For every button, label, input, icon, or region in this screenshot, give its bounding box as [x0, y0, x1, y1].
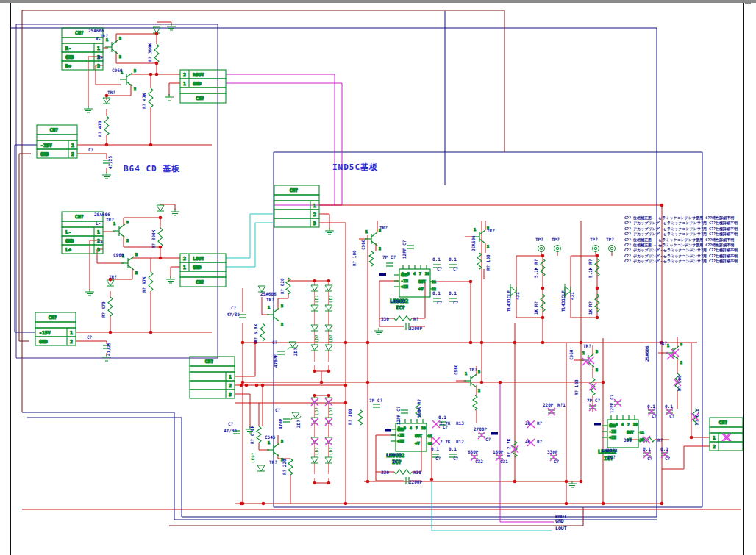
connector-pin-number: 3	[97, 63, 100, 69]
wire[interactable]	[27, 418, 182, 517]
resistor[interactable]	[394, 470, 412, 474]
wire[interactable]	[10, 28, 657, 517]
part-label: 2SA606	[644, 345, 649, 362]
wire[interactable]	[171, 267, 180, 278]
wire[interactable]	[319, 214, 329, 229]
wire[interactable]	[77, 154, 107, 159]
wire[interactable]	[288, 278, 315, 281]
resistor[interactable]	[149, 272, 153, 291]
diode[interactable]	[325, 457, 332, 463]
transistor[interactable]: 132	[267, 304, 283, 326]
test-point[interactable]	[538, 246, 545, 252]
resistor[interactable]	[260, 323, 265, 341]
wire[interactable]	[16, 24, 218, 358]
resistor[interactable]	[104, 116, 109, 135]
pin-number: 3	[135, 252, 138, 257]
wire[interactable]	[19, 154, 31, 341]
capacitor[interactable]	[373, 404, 380, 407]
part-label: 7P C?	[587, 398, 600, 403]
part-label: 0.1	[438, 415, 446, 420]
led-string[interactable]	[325, 282, 332, 362]
zener-diode[interactable]	[290, 412, 301, 420]
capacitor[interactable]	[283, 419, 290, 422]
resistor[interactable]	[394, 316, 412, 321]
transistor[interactable]: 132	[365, 228, 381, 251]
diode[interactable]	[311, 285, 318, 291]
transistor[interactable]: 132	[113, 220, 129, 243]
connector-cn[interactable]: CN?-15V1GND2	[35, 312, 76, 345]
capacitor[interactable]	[401, 410, 408, 413]
ic-pin-label: -IN	[397, 433, 404, 437]
wire[interactable]	[76, 341, 107, 344]
wire[interactable]	[22, 412, 174, 520]
resistor[interactable]	[154, 44, 159, 63]
part-label: TP?	[535, 237, 543, 242]
resistor[interactable]	[158, 228, 163, 247]
connector-cn[interactable]: ROUT2GND1CN?	[180, 70, 226, 103]
connector-pin-label: L+	[65, 247, 71, 253]
wire[interactable]	[124, 218, 160, 226]
led-string[interactable]	[325, 395, 332, 474]
schematic-canvas[interactable]: 132132132132132132132132132132132CN?R-1G…	[0, 0, 756, 555]
led-string[interactable]	[311, 395, 318, 474]
diode[interactable]	[311, 345, 318, 351]
capacitor[interactable]	[386, 263, 393, 266]
resistor[interactable]	[358, 410, 363, 425]
connector-cn[interactable]: CN?-15V1GND2	[37, 125, 77, 158]
diode[interactable]	[325, 345, 332, 351]
capacitor[interactable]	[239, 315, 246, 318]
connector-cn[interactable]: CN?123	[190, 357, 235, 398]
wire[interactable]	[116, 34, 157, 43]
resistor[interactable]	[288, 459, 293, 475]
junction-dot	[241, 381, 245, 384]
connector-cn[interactable]: CN?L-1GND2L+3	[62, 212, 103, 254]
diode[interactable]	[311, 457, 318, 463]
diode[interactable]	[257, 465, 265, 471]
connector-cn[interactable]: CN?12	[710, 418, 743, 451]
test-point[interactable]	[609, 246, 616, 252]
junction-dot	[313, 370, 317, 373]
wire[interactable]	[516, 256, 543, 318]
wire[interactable]	[169, 83, 180, 96]
resistor[interactable]	[369, 251, 374, 266]
junction-dot	[261, 384, 265, 387]
diode[interactable]	[311, 305, 318, 311]
wire[interactable]	[15, 145, 37, 332]
led-string[interactable]	[311, 282, 318, 362]
diode[interactable]	[157, 205, 164, 211]
wire[interactable]	[90, 240, 103, 290]
wire[interactable]	[432, 479, 552, 531]
wire[interactable]	[278, 454, 290, 459]
connector-pin-number: 3	[97, 247, 100, 253]
transistor[interactable]: 132	[267, 439, 283, 462]
capacitor[interactable]	[277, 351, 285, 354]
diode[interactable]	[311, 325, 318, 331]
opamp-ic[interactable]: 234720GND-IN+INOUT11+V12LH0032IC?	[390, 265, 436, 311]
part-label: LD?	[314, 447, 319, 455]
connector-cn[interactable]: CN?123	[274, 185, 319, 227]
capacitor[interactable]	[407, 246, 414, 248]
part-label: C?	[228, 421, 234, 426]
test-point[interactable]	[593, 246, 599, 252]
wire[interactable]	[571, 256, 597, 318]
transistor[interactable]: 132	[464, 370, 480, 393]
test-point[interactable]	[554, 246, 561, 252]
connector-cn[interactable]: LOUT2GND1CN?	[180, 254, 226, 287]
wire[interactable]	[235, 343, 255, 376]
resistor[interactable]	[477, 253, 482, 269]
connector-pin-label: GND	[39, 339, 48, 345]
resistor[interactable]	[257, 426, 261, 443]
opamp-ic[interactable]: 234720GND-IN+INOUT11+V12LH0032IC?	[598, 415, 644, 462]
connector-cn[interactable]: CN?R-1GND2R+3	[62, 28, 103, 70]
diode[interactable]	[325, 325, 332, 331]
resistor[interactable]	[108, 297, 113, 316]
wire[interactable]	[226, 83, 342, 205]
wire[interactable]	[226, 214, 274, 258]
resistor[interactable]	[149, 88, 153, 107]
pin-number: 2	[379, 246, 381, 251]
resistor[interactable]	[473, 395, 477, 410]
transistor[interactable]: 132	[105, 36, 121, 59]
diode[interactable]	[325, 305, 332, 311]
diode[interactable]	[325, 285, 332, 291]
part-label: 330	[381, 470, 389, 475]
